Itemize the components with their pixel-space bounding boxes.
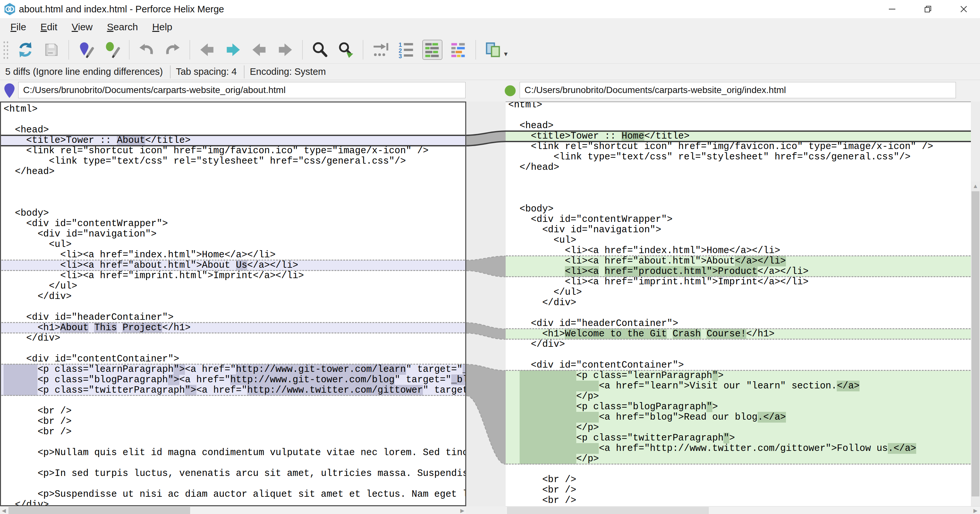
toolbar-separator bbox=[68, 40, 69, 60]
vertical-scroll-thumb[interactable] bbox=[972, 191, 979, 497]
toolbar-drag-handle[interactable] bbox=[3, 40, 9, 59]
code-line-diff[interactable]: <h1>About This Project</h1> bbox=[1, 323, 465, 333]
code-line bbox=[1, 177, 465, 187]
code-line-diff[interactable]: </p> bbox=[506, 391, 971, 402]
status-item-1: Tab spacing: 4 bbox=[170, 67, 244, 77]
code-line: </head> bbox=[506, 162, 971, 173]
code-line bbox=[506, 194, 971, 204]
code-line-diff[interactable]: <li><a href="product.html">Product</a></… bbox=[506, 267, 971, 277]
status-item-2: Encoding: System bbox=[245, 67, 333, 77]
code-line: <br /> bbox=[506, 485, 971, 495]
code-line: <link rel="shortcut icon" href="img/favi… bbox=[506, 141, 971, 152]
previous-conflict-icon[interactable] bbox=[249, 40, 269, 60]
minimize-button[interactable] bbox=[876, 0, 908, 18]
left-file-purple-pin-icon bbox=[3, 82, 16, 99]
menu-view[interactable]: View bbox=[64, 18, 100, 36]
code-line-diff[interactable]: <li><a href="about.html">About Us</a></l… bbox=[1, 260, 465, 271]
code-line-diff[interactable]: <p class="learnParagraph"><a href="http:… bbox=[1, 364, 465, 375]
left-file-path[interactable]: C:/Users/brunobrito/Documents/carparts-w… bbox=[18, 82, 466, 98]
code-line: <br /> bbox=[1, 406, 465, 416]
code-line: <head> bbox=[506, 121, 971, 131]
code-line-diff[interactable]: </p> bbox=[506, 454, 971, 464]
scroll-up-icon[interactable]: ▲ bbox=[971, 181, 980, 190]
right-file-path[interactable]: C:/Users/brunobrito/Documents/carparts-w… bbox=[520, 82, 956, 98]
code-line bbox=[506, 110, 971, 121]
next-diff-icon[interactable] bbox=[223, 40, 243, 60]
vertical-scrollbar[interactable]: ▲ ▼ bbox=[971, 181, 980, 514]
redo-icon[interactable] bbox=[162, 40, 183, 60]
left-horizontal-scroll-thumb[interactable] bbox=[8, 507, 190, 514]
toolbar-separator bbox=[475, 40, 476, 60]
code-line: <link type="text/css" rel="stylesheet" h… bbox=[506, 152, 971, 162]
code-line: <div id="contentWrapper"> bbox=[506, 214, 971, 225]
code-line-diff[interactable]: <p class="blogParagraph"> bbox=[506, 402, 971, 412]
restore-button[interactable] bbox=[912, 0, 944, 18]
code-line bbox=[506, 308, 971, 319]
app-logo-icon bbox=[3, 3, 16, 16]
code-line: <body> bbox=[1, 208, 465, 219]
show-whitespace-icon[interactable] bbox=[370, 40, 390, 60]
code-line: <html> bbox=[1, 104, 465, 114]
code-line-diff[interactable]: <p class="learnParagraph"> bbox=[506, 371, 971, 381]
next-conflict-icon[interactable] bbox=[275, 40, 295, 60]
code-line-diff[interactable]: <h1>Welcome to the Git Crash Course!</h1… bbox=[506, 329, 971, 339]
code-line: </div> bbox=[1, 292, 465, 302]
scroll-left-icon[interactable]: ◀ bbox=[0, 506, 8, 514]
refresh-icon[interactable] bbox=[15, 40, 35, 60]
code-line: <body> bbox=[506, 204, 971, 214]
code-line-diff[interactable]: <a href="blog">Read our blog.</a> bbox=[506, 412, 971, 423]
code-line: <p>Nullam quis elit id magna condimentum… bbox=[1, 447, 465, 458]
code-line: <div id="navigation"> bbox=[1, 229, 465, 240]
code-line-diff[interactable]: <a href="learn">Visit our "learn" sectio… bbox=[506, 381, 971, 391]
code-line-diff[interactable]: <p class="twitterParagraph"> bbox=[506, 433, 971, 443]
previous-diff-icon[interactable] bbox=[197, 40, 217, 60]
code-line: <li><a href="imprint.html">Imprint</a></… bbox=[1, 271, 465, 281]
find-next-icon[interactable] bbox=[336, 40, 356, 60]
edit-right-file-icon[interactable] bbox=[102, 40, 122, 60]
right-code-pane[interactable]: <html> <head> <title>Tower :: Home</titl… bbox=[506, 102, 971, 506]
code-line: <div id="headerContainer"> bbox=[506, 319, 971, 329]
code-line-diff[interactable]: </p> bbox=[506, 423, 971, 433]
diff-colors-icon[interactable] bbox=[448, 40, 469, 60]
status-bar: 5 diffs (Ignore line ending differences)… bbox=[0, 64, 980, 80]
code-line: <link type="text/css" rel="stylesheet" h… bbox=[1, 156, 465, 167]
scroll-right-icon[interactable]: ▶ bbox=[972, 506, 979, 514]
left-horizontal-scrollbar[interactable]: ◀ ▶ bbox=[0, 506, 466, 514]
code-line-diff[interactable]: <a href="http://www.twitter.com/gittower… bbox=[506, 443, 971, 454]
code-line: <head> bbox=[1, 125, 465, 135]
code-line: <link rel="shortcut icon" href="img/favi… bbox=[1, 146, 465, 156]
code-line-diff[interactable]: <p class="twitterParagraph"><a href="htt… bbox=[1, 385, 465, 396]
svg-text:3: 3 bbox=[399, 53, 402, 58]
scroll-right-icon[interactable]: ▶ bbox=[458, 506, 466, 514]
toolbar: 123▾ bbox=[0, 36, 980, 64]
code-line: <br /> bbox=[506, 495, 971, 506]
right-horizontal-scroll-thumb[interactable] bbox=[507, 507, 709, 514]
left-code-pane[interactable]: <html> <head> <title>Tower :: About</tit… bbox=[0, 102, 466, 506]
code-line-diff[interactable]: <title>Tower :: About</title> bbox=[1, 135, 465, 146]
layout-icon[interactable] bbox=[483, 40, 503, 60]
right-horizontal-scrollbar[interactable]: ▶ bbox=[506, 506, 980, 514]
code-line bbox=[1, 396, 465, 406]
find-icon[interactable] bbox=[310, 40, 330, 60]
undo-icon[interactable] bbox=[137, 40, 157, 60]
code-line bbox=[506, 173, 971, 183]
line-numbers-icon[interactable]: 123 bbox=[396, 40, 417, 60]
highlight-diffs-icon[interactable] bbox=[422, 40, 442, 60]
edit-left-file-icon[interactable] bbox=[76, 40, 96, 60]
code-line bbox=[506, 350, 971, 360]
menu-file[interactable]: File bbox=[3, 18, 33, 36]
menu-search[interactable]: Search bbox=[100, 18, 145, 36]
code-line: </div> bbox=[1, 500, 465, 506]
code-line: <li><a href="index.html">Home</a></li> bbox=[1, 250, 465, 260]
code-line-diff[interactable]: <p class="blogParagraph"><a href="http:/… bbox=[1, 375, 465, 385]
diff-connector-gutter bbox=[466, 102, 506, 506]
close-button[interactable] bbox=[947, 0, 980, 18]
layout-dropdown-icon[interactable]: ▾ bbox=[504, 50, 508, 58]
menu-edit[interactable]: Edit bbox=[33, 18, 64, 36]
menu-help[interactable]: Help bbox=[145, 18, 180, 36]
save-icon[interactable] bbox=[41, 40, 62, 60]
code-line-diff[interactable]: <title>Tower :: Home</title> bbox=[506, 131, 971, 141]
code-line bbox=[1, 198, 465, 208]
code-line-diff[interactable]: <li><a href="about.html">About</a></li> bbox=[506, 256, 971, 267]
code-line: <li><a href="imprint.html">Imprint</a></… bbox=[506, 277, 971, 287]
